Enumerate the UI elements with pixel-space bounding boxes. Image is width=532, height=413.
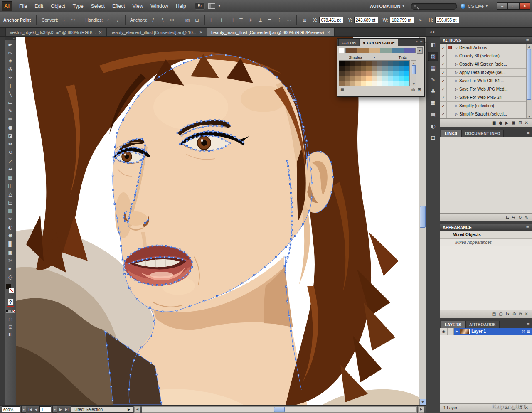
restore-button[interactable]: ▭ bbox=[508, 2, 519, 10]
color-swatch[interactable] bbox=[388, 76, 393, 81]
disclosure-triangle-icon[interactable]: ▷ bbox=[453, 54, 459, 58]
rectangle-tool[interactable]: ▭ bbox=[6, 98, 15, 107]
document-tab-2[interactable]: beauty_element_illust [Converted].ai @ 1… bbox=[106, 28, 207, 36]
menu-window[interactable]: Window bbox=[147, 1, 172, 11]
cut-path-icon[interactable]: ✂ bbox=[168, 17, 176, 24]
previous-page-icon[interactable]: ◀ bbox=[34, 408, 38, 411]
action-dialog-toggle[interactable] bbox=[447, 77, 453, 85]
tab-links[interactable]: LINKS bbox=[441, 130, 461, 137]
edit-original-icon[interactable]: ✎ bbox=[525, 215, 528, 220]
action-check-icon[interactable]: ✓ bbox=[440, 102, 447, 110]
tab-color-guide[interactable]: ◆ COLOR GUIDE bbox=[360, 39, 398, 46]
action-check-icon[interactable]: ✓ bbox=[440, 110, 447, 118]
harmony-color-swatch[interactable] bbox=[404, 48, 415, 53]
arrange-documents-icon[interactable] bbox=[208, 3, 215, 9]
color-swatch[interactable] bbox=[377, 61, 382, 66]
duplicate-item-icon[interactable]: ⧉ bbox=[519, 312, 522, 317]
color-swatch[interactable] bbox=[355, 76, 361, 81]
tab-document-info[interactable]: DOCUMENT INFO bbox=[461, 130, 504, 137]
action-dialog-toggle[interactable] bbox=[447, 85, 453, 93]
eyedropper-tool[interactable]: ✑ bbox=[6, 215, 15, 223]
color-swatch[interactable] bbox=[388, 71, 393, 76]
action-dialog-toggle[interactable] bbox=[447, 44, 453, 52]
action-check-icon[interactable]: ✓ bbox=[440, 85, 447, 93]
color-swatch[interactable] bbox=[366, 71, 372, 76]
tab-close-icon[interactable]: × bbox=[327, 30, 330, 34]
show-handles-icon[interactable]: ◜ bbox=[104, 17, 112, 24]
brushes-panel-icon[interactable]: ✎ bbox=[428, 75, 438, 84]
align-middle-icon[interactable]: ⊧ bbox=[247, 17, 255, 24]
panel-menu-icon[interactable]: ≡ bbox=[526, 38, 529, 42]
action-row[interactable]: ✓▷Save For Web JPG Med... bbox=[440, 85, 532, 93]
zoom-caret-icon[interactable]: ▾ bbox=[21, 406, 26, 413]
save-to-swatches-icon[interactable]: ⊞ bbox=[418, 87, 421, 92]
disclosure-triangle-icon[interactable]: ▽ bbox=[453, 46, 459, 49]
color-swatch[interactable] bbox=[377, 81, 382, 86]
gradient-tool[interactable]: ▥ bbox=[6, 206, 15, 215]
pencil-tool[interactable]: ✏ bbox=[6, 115, 15, 123]
color-swatch[interactable] bbox=[339, 76, 345, 81]
bridge-button[interactable]: Br bbox=[195, 2, 205, 10]
color-swatch[interactable] bbox=[404, 71, 409, 76]
color-swatch[interactable] bbox=[339, 66, 345, 71]
scroll-up-icon[interactable]: ▲ bbox=[527, 44, 532, 49]
play-icon[interactable]: ▶ bbox=[505, 120, 509, 125]
harmony-color-swatch[interactable] bbox=[369, 48, 381, 53]
direct-selection-tool[interactable]: ▻ bbox=[6, 49, 15, 57]
menu-view[interactable]: View bbox=[129, 1, 147, 11]
harmony-rules-caret-icon[interactable]: ▾ bbox=[417, 47, 423, 54]
color-swatch[interactable] bbox=[355, 71, 361, 76]
color-swatch[interactable] bbox=[355, 81, 361, 86]
color-swatch[interactable] bbox=[355, 66, 361, 71]
symbols-panel-icon[interactable]: ♣ bbox=[428, 86, 438, 96]
action-check-icon[interactable]: ✓ bbox=[440, 69, 447, 77]
action-row[interactable]: ✓▷Opacity 40 Screen (sele... bbox=[440, 60, 532, 69]
color-guide-scroll-thumb[interactable] bbox=[412, 65, 416, 74]
scroll-down-icon[interactable]: ▼ bbox=[527, 113, 532, 118]
action-row[interactable]: ✓▷Opacity 60 (selection) bbox=[440, 52, 532, 60]
horizontal-scroll-thumb[interactable] bbox=[274, 407, 285, 412]
color-swatch[interactable] bbox=[361, 76, 366, 81]
first-page-icon[interactable]: |◀ bbox=[27, 408, 33, 411]
color-swatch[interactable] bbox=[366, 61, 372, 66]
color-swatch[interactable] bbox=[393, 66, 399, 71]
layer-row[interactable]: ◉ ▶ Layer 1 ◎ bbox=[440, 328, 532, 335]
color-swatch[interactable] bbox=[350, 71, 355, 76]
color-swatch[interactable] bbox=[382, 76, 388, 81]
color-swatch[interactable] bbox=[339, 81, 345, 86]
color-swatch[interactable] bbox=[372, 81, 377, 86]
gradient-button[interactable] bbox=[9, 310, 12, 313]
scissors-tool[interactable]: ✂ bbox=[6, 140, 15, 148]
draw-normal-mode-icon[interactable]: ▢ bbox=[6, 315, 15, 323]
symbol-sprayer-tool[interactable]: ❋ bbox=[6, 231, 15, 240]
blob-brush-tool[interactable]: ● bbox=[6, 123, 15, 132]
disclosure-triangle-icon[interactable]: ▷ bbox=[453, 62, 459, 66]
perspective-grid-tool[interactable]: △ bbox=[6, 190, 15, 198]
collapse-dock-icon[interactable]: ◀◀ bbox=[429, 30, 435, 34]
action-row[interactable]: ✓▽Default Actions bbox=[440, 44, 532, 52]
action-row[interactable]: ✓▷Apply Default Style (sel... bbox=[440, 69, 532, 77]
scale-tool[interactable]: ◿ bbox=[6, 157, 15, 165]
distribute-space-icon[interactable]: ⋯ bbox=[285, 17, 293, 24]
width-tool[interactable]: ↔ bbox=[6, 165, 15, 173]
slice-tool[interactable]: ✄ bbox=[6, 256, 15, 265]
missing-tool-icon[interactable]: ? bbox=[7, 299, 14, 305]
color-swatch[interactable] bbox=[345, 81, 350, 86]
menu-file[interactable]: File bbox=[15, 1, 31, 11]
measure-grid-icon[interactable]: ⊞ bbox=[193, 17, 201, 24]
new-fill-icon[interactable]: ▢ bbox=[499, 312, 502, 316]
color-swatch[interactable] bbox=[339, 61, 345, 66]
draw-behind-mode-icon[interactable]: ◱ bbox=[6, 323, 15, 330]
scroll-right-icon[interactable]: ▶ bbox=[418, 406, 424, 413]
color-swatch[interactable] bbox=[382, 81, 388, 86]
disclosure-triangle-icon[interactable]: ▷ bbox=[453, 104, 459, 108]
color-swatch[interactable] bbox=[345, 66, 350, 71]
color-guide-scrollbar[interactable]: ▲ ▼ bbox=[411, 60, 416, 86]
mesh-tool[interactable]: ▤ bbox=[6, 198, 15, 206]
tab-artboards[interactable]: ARTBOARDS bbox=[466, 321, 500, 328]
color-swatch[interactable] bbox=[393, 81, 399, 86]
color-swatch[interactable] bbox=[361, 61, 366, 66]
layer-selection[interactable]: ▶ Layer 1 ◎ bbox=[454, 328, 532, 335]
disclosure-triangle-icon[interactable]: ▷ bbox=[453, 79, 459, 83]
color-swatch[interactable] bbox=[382, 71, 388, 76]
